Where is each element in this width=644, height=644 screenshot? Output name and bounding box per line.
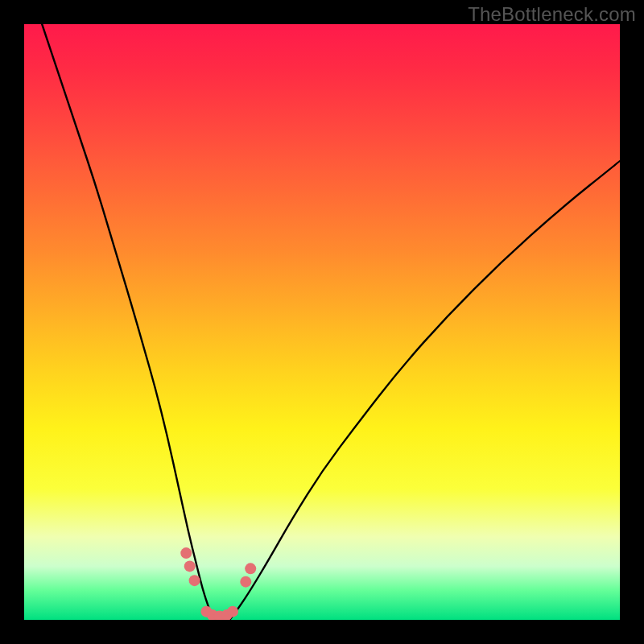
- trough-dot: [240, 576, 251, 588]
- trough-dot: [184, 560, 196, 572]
- plot-area: [24, 24, 620, 620]
- trough-dot: [180, 547, 192, 559]
- curve-path: [42, 24, 620, 620]
- trough-dot: [245, 563, 256, 574]
- chart-frame: TheBottleneck.com: [0, 0, 644, 644]
- bottleneck-curve: [24, 24, 620, 620]
- attribution-text: TheBottleneck.com: [468, 3, 636, 26]
- trough-dot: [189, 575, 200, 586]
- trough-dot: [227, 606, 238, 617]
